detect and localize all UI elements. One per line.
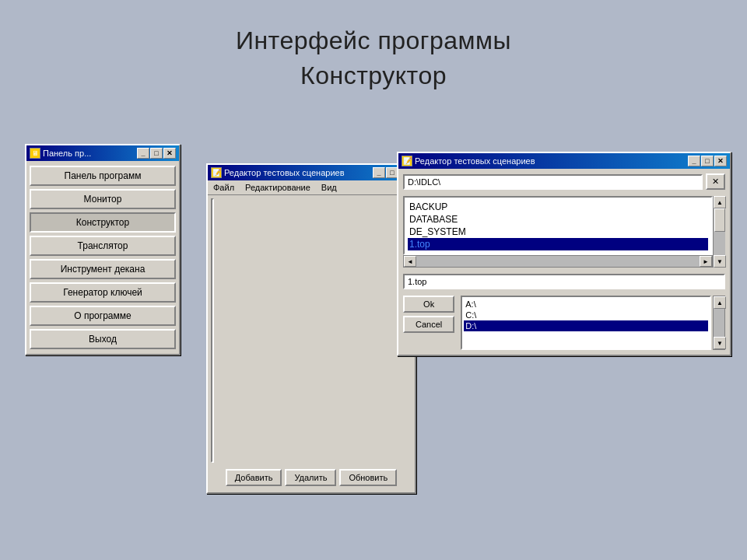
filedialog-icon: 📝 — [402, 156, 412, 166]
list-item-backup[interactable]: BACKUP — [408, 201, 708, 213]
vscroll-up-btn[interactable]: ▲ — [714, 196, 726, 208]
drive-scroll-track — [714, 309, 724, 337]
drive-a[interactable]: A:\ — [464, 299, 708, 310]
filedialog-list[interactable]: BACKUP DATABASE DE_SYSTEM 1.top — [403, 196, 713, 255]
panel-titlebar: 🖥 Панель пр... _ □ ✕ — [26, 145, 179, 161]
filedialog-bottom-row: Ok Cancel A:\ C:\ D:\ ▲ ▼ — [403, 296, 725, 350]
filedialog-path-bar: ✕ — [403, 173, 725, 190]
panel-btn-panel-programm[interactable]: Панель программ — [30, 166, 176, 186]
panel-btn-instrument[interactable]: Инструмент декана — [30, 259, 176, 279]
scroll-down-btn[interactable]: ▼ — [211, 449, 213, 461]
panel-btn-generator[interactable]: Генератор ключей — [30, 282, 176, 303]
vscroll-down-btn[interactable]: ▼ — [714, 255, 726, 268]
panel-btn-monitor[interactable]: Монитор — [30, 189, 176, 209]
filedialog-vscroll: ▲ ▼ — [713, 196, 725, 268]
fd-close-btn[interactable]: ✕ — [714, 156, 727, 166]
panel-btn-konstruktor[interactable]: Конструктор — [30, 212, 176, 233]
editor-title: Редактор тестовых сценариев — [224, 168, 345, 177]
drive-c[interactable]: C:\ — [464, 310, 708, 320]
panel-btn-translator[interactable]: Транслятор — [30, 236, 176, 256]
drive-vscroll: ▲ ▼ — [713, 296, 725, 350]
cancel-button[interactable]: Cancel — [403, 316, 454, 333]
list-item-database[interactable]: DATABASE — [408, 213, 708, 226]
hscroll-left-btn[interactable]: ◄ — [404, 256, 416, 267]
title-line1: Интерфейс программы — [236, 26, 511, 54]
close-btn[interactable]: ✕ — [163, 148, 176, 159]
panel-btn-exit[interactable]: Выход — [30, 329, 176, 349]
filedialog-hscroll[interactable]: ◄ ► — [403, 255, 713, 268]
panel-btn-about[interactable]: О программе — [30, 306, 176, 326]
vscroll-track — [714, 208, 725, 255]
editor-minimize-btn[interactable]: _ — [373, 167, 385, 178]
panel-titlebar-icon: 🖥 — [30, 148, 40, 159]
fd-minimize-btn[interactable]: _ — [688, 156, 700, 166]
vscroll-thumb[interactable] — [714, 208, 725, 232]
filedialog-filename-input[interactable] — [403, 274, 725, 289]
slide-title: Интерфейс программы Конструктор — [0, 0, 747, 93]
menu-edit[interactable]: Редактирование — [243, 182, 313, 193]
menu-view[interactable]: Вид — [319, 182, 339, 193]
add-btn[interactable]: Добавить — [226, 469, 282, 486]
panel-window: 🖥 Панель пр... _ □ ✕ Панель программ Мон… — [25, 144, 181, 355]
editor-scrollbar: ▲ ▼ — [211, 200, 212, 461]
list-item-1top[interactable]: 1.top — [408, 238, 708, 250]
title-line2: Конструктор — [300, 61, 447, 89]
filedialog-filename-row — [403, 274, 725, 289]
filedialog-titlebar: 📝 Редактор тестовых сценариев _ □ ✕ — [398, 153, 730, 169]
filedialog-drive-list[interactable]: A:\ C:\ D:\ — [461, 296, 711, 350]
list-item-de-system[interactable]: DE_SYSTEM — [408, 226, 708, 238]
fd-maximize-btn[interactable]: □ — [701, 156, 714, 166]
drive-scroll-down[interactable]: ▼ — [714, 337, 726, 349]
delete-btn[interactable]: Удалить — [285, 469, 336, 486]
drive-scroll-up[interactable]: ▲ — [714, 296, 726, 309]
filedialog-path-close-btn[interactable]: ✕ — [706, 173, 725, 190]
editor-list-area[interactable]: ▲ ▼ — [211, 198, 214, 463]
scroll-up-btn[interactable]: ▲ — [211, 200, 213, 212]
editor-window: 📝 Редактор тестовых сценариев _ □ ✕ Файл… — [206, 163, 416, 494]
editor-titlebar: 📝 Редактор тестовых сценариев _ □ ✕ — [208, 165, 415, 180]
editor-content: ▲ ▼ Добавить Удалить Обновить — [208, 195, 415, 492]
scroll-track — [211, 212, 212, 449]
hscroll-right-btn[interactable]: ► — [700, 256, 712, 267]
editor-menubar: Файл Редактирование Вид — [208, 180, 415, 195]
ok-button[interactable]: Ok — [403, 296, 454, 313]
filedialog-window: 📝 Редактор тестовых сценариев _ □ ✕ ✕ BA… — [397, 152, 731, 356]
maximize-btn[interactable]: □ — [150, 148, 163, 159]
panel-content: Панель программ Монитор Конструктор Тран… — [26, 161, 179, 354]
panel-title: Панель пр... — [43, 149, 91, 158]
minimize-btn[interactable]: _ — [137, 148, 149, 159]
editor-buttons: Добавить Удалить Обновить — [211, 466, 412, 489]
drive-d[interactable]: D:\ — [464, 320, 708, 331]
filedialog-path-input[interactable] — [403, 174, 703, 190]
menu-file[interactable]: Файл — [211, 182, 237, 193]
update-btn[interactable]: Обновить — [339, 469, 397, 486]
editor-titlebar-icon: 📝 — [211, 167, 222, 178]
filedialog-title: Редактор тестовых сценариев — [415, 156, 535, 166]
filedialog-ok-cancel: Ok Cancel — [403, 296, 454, 333]
scroll-thumb[interactable] — [211, 212, 212, 236]
hscroll-track — [416, 256, 700, 267]
filedialog-content: ✕ BACKUP DATABASE DE_SYSTEM 1.top ◄ ► — [398, 169, 730, 355]
